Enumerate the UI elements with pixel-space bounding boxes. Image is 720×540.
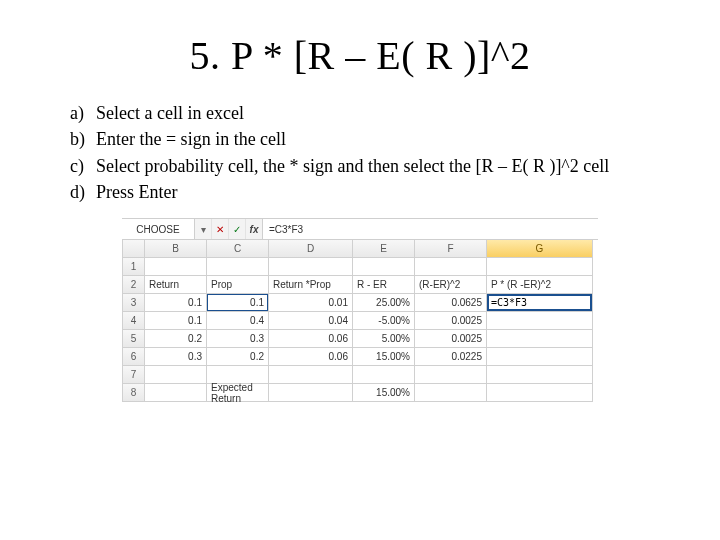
cell[interactable]: 25.00% <box>353 294 415 312</box>
cell[interactable]: Return *Prop <box>269 276 353 294</box>
step-text: Select a cell in excel <box>96 101 678 125</box>
cell[interactable] <box>487 366 593 384</box>
row-header[interactable]: 2 <box>123 276 145 294</box>
cell[interactable]: 15.00% <box>353 384 415 402</box>
col-header-F[interactable]: F <box>415 240 487 258</box>
cell[interactable]: 0.3 <box>145 348 207 366</box>
cell[interactable]: Prop <box>207 276 269 294</box>
formula-bar: CHOOSE ▾ ✕ ✓ fx =C3*F3 <box>122 218 598 240</box>
cell[interactable] <box>269 258 353 276</box>
row-3: 3 0.1 0.1 0.01 25.00% 0.0625 =C3*F3 <box>123 294 598 312</box>
row-5: 5 0.2 0.3 0.06 5.00% 0.0025 <box>123 330 598 348</box>
formula-input[interactable]: =C3*F3 <box>263 219 598 239</box>
cell[interactable]: 0.2 <box>145 330 207 348</box>
col-header-D[interactable]: D <box>269 240 353 258</box>
cell[interactable] <box>487 312 593 330</box>
cell[interactable] <box>145 258 207 276</box>
step-label: d) <box>70 180 96 204</box>
cell[interactable] <box>415 384 487 402</box>
step-b: b) Enter the = sign in the cell <box>70 127 678 151</box>
cell[interactable]: -5.00% <box>353 312 415 330</box>
cell[interactable]: 0.4 <box>207 312 269 330</box>
row-7: 7 <box>123 366 598 384</box>
cell[interactable]: 0.04 <box>269 312 353 330</box>
cell[interactable]: 0.0025 <box>415 330 487 348</box>
row-header[interactable]: 7 <box>123 366 145 384</box>
cell[interactable] <box>207 258 269 276</box>
cell[interactable]: 0.3 <box>207 330 269 348</box>
cell[interactable] <box>353 258 415 276</box>
cell[interactable]: Expected Return <box>207 384 269 402</box>
cell-edit-text: =C3*F3 <box>491 297 527 308</box>
step-label: b) <box>70 127 96 151</box>
row-header[interactable]: 8 <box>123 384 145 402</box>
spreadsheet-grid: B C D E F G 1 2 Return Prop Return * <box>122 240 598 402</box>
row-header[interactable]: 1 <box>123 258 145 276</box>
cell[interactable] <box>487 348 593 366</box>
cell[interactable] <box>269 384 353 402</box>
cell[interactable] <box>145 384 207 402</box>
step-text: Select probability cell, the * sign and … <box>96 154 678 178</box>
row-header[interactable]: 6 <box>123 348 145 366</box>
cell[interactable]: 0.1 <box>145 312 207 330</box>
cell[interactable]: 0.2 <box>207 348 269 366</box>
row-header[interactable]: 4 <box>123 312 145 330</box>
row-header[interactable]: 5 <box>123 330 145 348</box>
excel-screenshot: CHOOSE ▾ ✕ ✓ fx =C3*F3 B C D E F G 1 <box>122 218 598 402</box>
slide-title: 5. P * [R – E( R )]^2 <box>42 32 678 79</box>
row-6: 6 0.3 0.2 0.06 15.00% 0.0225 <box>123 348 598 366</box>
name-box[interactable]: CHOOSE <box>122 219 195 239</box>
step-label: c) <box>70 154 96 178</box>
row-2: 2 Return Prop Return *Prop R - ER (R-ER)… <box>123 276 598 294</box>
cell[interactable] <box>415 258 487 276</box>
steps-list: a) Select a cell in excel b) Enter the =… <box>70 101 678 204</box>
cell[interactable]: 0.0625 <box>415 294 487 312</box>
row-header[interactable]: 3 <box>123 294 145 312</box>
step-label: a) <box>70 101 96 125</box>
step-d: d) Press Enter <box>70 180 678 204</box>
step-text: Press Enter <box>96 180 678 204</box>
cancel-icon[interactable]: ✕ <box>212 219 229 239</box>
cell[interactable]: 0.06 <box>269 330 353 348</box>
cell[interactable]: R - ER <box>353 276 415 294</box>
select-all-corner[interactable] <box>123 240 145 258</box>
name-dropdown-icon[interactable]: ▾ <box>195 219 212 239</box>
cell[interactable] <box>415 366 487 384</box>
cell[interactable] <box>269 366 353 384</box>
cell-G3-editing[interactable]: =C3*F3 <box>487 294 593 312</box>
slide: 5. P * [R – E( R )]^2 a) Select a cell i… <box>0 0 720 540</box>
cell[interactable] <box>353 366 415 384</box>
cell[interactable]: 0.0225 <box>415 348 487 366</box>
cell[interactable] <box>487 384 593 402</box>
step-text: Enter the = sign in the cell <box>96 127 678 151</box>
step-c: c) Select probability cell, the * sign a… <box>70 154 678 178</box>
cell[interactable]: 0.0025 <box>415 312 487 330</box>
cell-C3-selected[interactable]: 0.1 <box>207 294 269 312</box>
col-header-G[interactable]: G <box>487 240 593 258</box>
col-header-C[interactable]: C <box>207 240 269 258</box>
cell[interactable]: Return <box>145 276 207 294</box>
col-header-B[interactable]: B <box>145 240 207 258</box>
cell[interactable]: 15.00% <box>353 348 415 366</box>
cell[interactable]: 5.00% <box>353 330 415 348</box>
step-a: a) Select a cell in excel <box>70 101 678 125</box>
row-4: 4 0.1 0.4 0.04 -5.00% 0.0025 <box>123 312 598 330</box>
cell[interactable]: 0.1 <box>145 294 207 312</box>
fx-icon[interactable]: fx <box>246 219 263 239</box>
cell[interactable] <box>145 366 207 384</box>
row-8: 8 Expected Return 15.00% <box>123 384 598 402</box>
enter-icon[interactable]: ✓ <box>229 219 246 239</box>
cell[interactable] <box>487 258 593 276</box>
cell[interactable]: 0.06 <box>269 348 353 366</box>
cell[interactable]: 0.01 <box>269 294 353 312</box>
cell[interactable]: P * (R -ER)^2 <box>487 276 593 294</box>
column-headers: B C D E F G <box>123 240 598 258</box>
row-1: 1 <box>123 258 598 276</box>
cell[interactable]: (R-ER)^2 <box>415 276 487 294</box>
col-header-E[interactable]: E <box>353 240 415 258</box>
cell[interactable] <box>487 330 593 348</box>
